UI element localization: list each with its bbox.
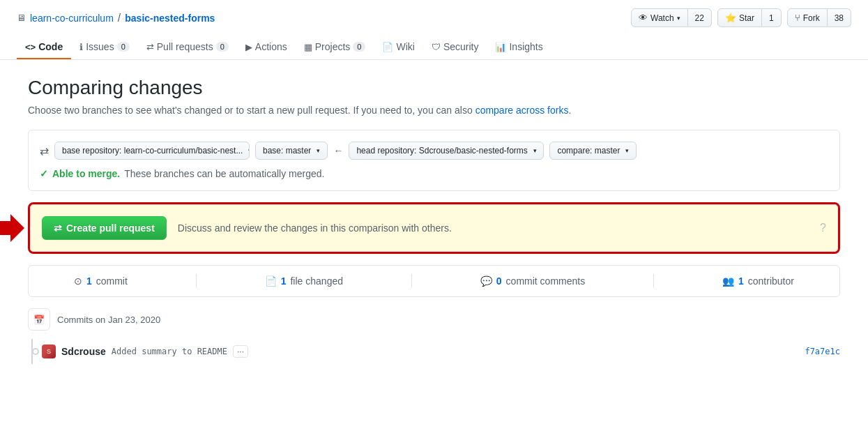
pr-icon: ⇄ <box>146 42 154 52</box>
create-pr-description: Discuss and review the changes in this c… <box>178 222 809 234</box>
base-branch-selector[interactable]: base: master ▾ <box>255 142 328 160</box>
projects-icon: ▦ <box>304 42 312 52</box>
star-button[interactable]: ⭐ Star <box>717 8 762 27</box>
base-repo-label: base repository: learn-co-curriculum/bas… <box>62 146 243 156</box>
commit-row: S Sdcrouse Added summary to README ··· f… <box>42 339 840 364</box>
contributors-stat: 👥 1 contributor <box>722 275 794 287</box>
tab-projects-label: Projects <box>315 41 351 52</box>
merge-checkmark: ✓ <box>40 168 48 179</box>
tab-pull-requests[interactable]: ⇄ Pull requests 0 <box>138 36 237 59</box>
compare-selectors: ⇄ base repository: learn-co-curriculum/b… <box>40 142 828 160</box>
commits-stat: ⊙ 1 commit <box>74 275 128 287</box>
tab-pr-label: Pull requests <box>157 41 213 52</box>
commit-row-content: S Sdcrouse Added summary to README ··· f… <box>42 345 840 358</box>
repo-monitor-icon: 🖥 <box>17 13 26 23</box>
page-title: Comparing changes <box>28 77 840 99</box>
compare-arrows-icon: ⇄ <box>40 144 49 158</box>
star-icon: ⭐ <box>725 13 736 23</box>
base-branch-label: base: master <box>263 146 311 156</box>
repo-action-buttons: 👁 Watch ▾ 22 ⭐ Star 1 ⑂ Fork <box>631 8 851 27</box>
tab-security-label: Security <box>443 41 479 52</box>
merge-desc: These branches can be automatically merg… <box>124 168 324 179</box>
tab-wiki[interactable]: 📄 Wiki <box>374 36 422 59</box>
fork-button[interactable]: ⑂ Fork <box>787 8 828 27</box>
subtitle-period: . <box>568 105 571 116</box>
base-branch-chevron: ▾ <box>317 147 320 154</box>
fork-count: 38 <box>828 8 851 27</box>
comments-count-link[interactable]: 0 <box>496 275 502 287</box>
tab-code[interactable]: <> Code <box>17 36 71 59</box>
head-repo-selector[interactable]: head repository: Sdcrouse/basic-nested-f… <box>349 142 544 160</box>
create-pr-highlight-border: ⇄ Create pull request Discuss and review… <box>28 202 840 254</box>
compare-branch-chevron: ▾ <box>625 147 629 154</box>
commit-author-link[interactable]: Sdcrouse <box>61 346 106 357</box>
help-icon[interactable]: ? <box>820 222 826 234</box>
subtitle-text: Choose two branches to see what's change… <box>28 105 473 116</box>
tab-insights-label: Insights <box>509 41 542 52</box>
compare-branch-label: compare: master <box>557 146 620 156</box>
star-label: Star <box>739 13 754 23</box>
comments-icon: 💬 <box>480 275 492 287</box>
wiki-icon: 📄 <box>382 42 393 52</box>
projects-badge: 0 <box>353 42 365 52</box>
repo-top-bar: 🖥 learn-co-curriculum / basic-nested-for… <box>0 0 868 36</box>
stats-row: ⊙ 1 commit 📄 1 file changed 💬 0 commit c… <box>28 265 840 297</box>
commits-count-link[interactable]: 1 <box>86 275 92 287</box>
compare-forks-link[interactable]: compare across forks <box>475 105 569 116</box>
create-pull-request-button[interactable]: ⇄ Create pull request <box>42 216 167 240</box>
files-icon: 📄 <box>265 275 277 287</box>
repo-sep: / <box>118 12 121 24</box>
repo-path: 🖥 learn-co-curriculum / basic-nested-for… <box>17 12 215 24</box>
commit-dot <box>32 348 39 355</box>
create-pr-btn-label: Create pull request <box>66 222 155 234</box>
code-icon: <> <box>25 42 36 52</box>
svg-marker-0 <box>0 214 24 242</box>
tab-actions[interactable]: ▶ Actions <box>237 36 296 59</box>
calendar-icon: 📅 <box>28 308 50 331</box>
watch-button[interactable]: 👁 Watch ▾ <box>631 8 688 27</box>
stat-divider-1 <box>196 274 197 288</box>
watch-label: Watch <box>650 13 674 23</box>
issues-badge: 0 <box>117 42 130 52</box>
red-arrow-svg <box>0 214 24 242</box>
compare-box: ⇄ base repository: learn-co-curriculum/b… <box>28 130 840 191</box>
main-content: Comparing changes Choose two branches to… <box>0 60 868 381</box>
repo-org-link[interactable]: learn-co-curriculum <box>30 13 114 24</box>
files-count-link[interactable]: 1 <box>281 275 287 287</box>
author-avatar: S <box>42 345 56 358</box>
commits-date-header: 📅 Commits on Jan 23, 2020 <box>28 308 840 331</box>
tab-issues[interactable]: ℹ Issues 0 <box>71 36 138 59</box>
create-pr-wrapper: ⇄ Create pull request Discuss and review… <box>28 202 840 254</box>
commit-message: Added summary to README <box>112 347 227 356</box>
base-repo-selector[interactable]: base repository: learn-co-curriculum/bas… <box>54 142 250 160</box>
contributors-count-link[interactable]: 1 <box>738 275 744 287</box>
watch-count: 22 <box>688 8 712 27</box>
contributors-icon: 👥 <box>722 275 734 287</box>
red-arrow-indicator <box>0 214 24 242</box>
info-icon: ℹ <box>79 42 83 52</box>
commit-hash-link[interactable]: f7a7e1c <box>805 347 840 356</box>
repo-name-link[interactable]: basic-nested-forms <box>125 13 215 24</box>
commit-message-ellipsis[interactable]: ··· <box>233 345 248 358</box>
security-icon: 🛡 <box>432 42 441 52</box>
merge-label: Able to merge. <box>52 168 120 179</box>
stat-divider-2 <box>411 274 412 288</box>
head-repo-label: head repository: Sdcrouse/basic-nested-f… <box>356 146 527 156</box>
left-arrow-icon: ← <box>333 145 343 156</box>
files-stat: 📄 1 file changed <box>265 275 343 287</box>
commits-date-label: Commits on Jan 23, 2020 <box>57 315 160 325</box>
eye-icon: 👁 <box>639 13 648 23</box>
stat-divider-3 <box>653 274 654 288</box>
tab-nav: <> Code ℹ Issues 0 ⇄ Pull requests 0 ▶ A… <box>0 36 868 60</box>
compare-branch-selector[interactable]: compare: master ▾ <box>549 142 637 160</box>
insights-icon: 📊 <box>495 42 506 52</box>
tab-security[interactable]: 🛡 Security <box>423 36 487 59</box>
fork-label: Fork <box>803 13 820 23</box>
base-repo-chevron: ▾ <box>248 147 250 154</box>
actions-icon: ▶ <box>245 42 252 52</box>
page-wrapper: 🖥 learn-co-curriculum / basic-nested-for… <box>0 0 868 431</box>
tab-issues-label: Issues <box>86 41 114 52</box>
star-button-group: ⭐ Star 1 <box>717 8 782 27</box>
tab-projects[interactable]: ▦ Projects 0 <box>296 36 374 59</box>
tab-insights[interactable]: 📊 Insights <box>487 36 551 59</box>
